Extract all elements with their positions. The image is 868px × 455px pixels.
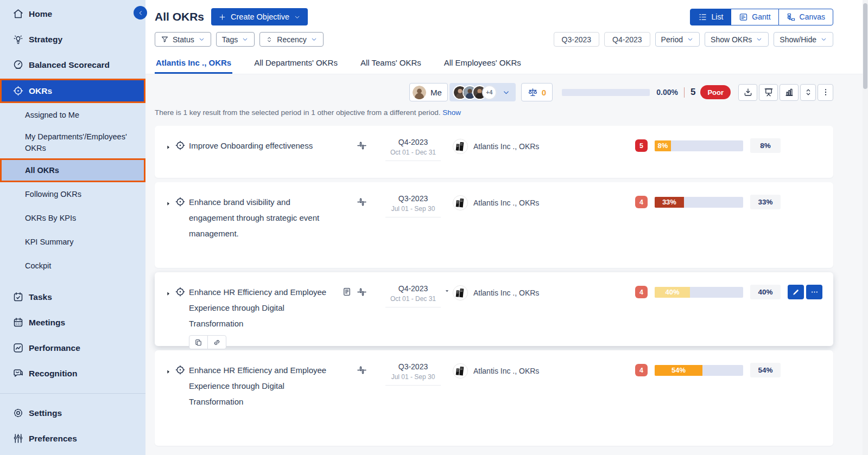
main-area: All OKRs Create Objective List Gantt Can… <box>145 0 868 455</box>
scrollbar-thumb[interactable] <box>863 3 867 89</box>
objective-owner[interactable]: Atlantis Inc ., OKRs <box>453 138 539 155</box>
view-gantt-button[interactable]: Gantt <box>731 9 778 25</box>
sidebar-item-label: Balanced Scorecard <box>29 60 110 70</box>
insights-chart-button[interactable] <box>780 84 799 101</box>
progress-value-label: 8% <box>750 138 781 153</box>
scrollbar[interactable] <box>863 0 868 455</box>
sidebar-item-meetings[interactable]: Meetings <box>0 310 145 335</box>
okr-card: Enhance HR Efficiency and Employee Exper… <box>155 350 833 446</box>
view-canvas-button[interactable]: Canvas <box>778 9 833 25</box>
expand-row-icon[interactable] <box>166 194 175 209</box>
okr-card: Enhance brand visibility and engagement … <box>155 182 833 268</box>
assignees-avatar-group-dropdown[interactable]: +4 <box>449 83 516 101</box>
period-chip-q3-2023[interactable]: Q3-2023 <box>554 32 599 47</box>
sidebar-item-label: All OKRs <box>25 166 59 175</box>
company-logo <box>453 139 468 154</box>
sidebar-item-strategy[interactable]: Strategy <box>0 27 145 52</box>
weight-balance-button[interactable]: 0 <box>521 83 553 101</box>
tags-filter-dropdown[interactable]: Tags <box>216 32 255 47</box>
tab-all-teams-okrs[interactable]: All Teams' OKRs <box>359 54 422 74</box>
objective-target-icon <box>175 138 189 151</box>
row-more-options-button[interactable] <box>806 285 822 299</box>
overall-progress-percent: 0.00% <box>656 88 678 97</box>
recency-sort-dropdown[interactable]: Recency <box>259 32 323 47</box>
funnel-icon <box>161 35 169 43</box>
objective-owner[interactable]: Atlantis Inc ., OKRs <box>453 194 539 211</box>
sidebar-item-tasks[interactable]: Tasks <box>0 284 145 310</box>
sidebar-item-balanced-scorecard[interactable]: Balanced Scorecard <box>0 52 145 78</box>
status-filter-dropdown[interactable]: Status <box>155 32 211 47</box>
sidebar-item-kpi-summary[interactable]: KPI Summary <box>0 230 145 254</box>
sidebar-item-assigned-to-me[interactable]: Assigned to Me <box>0 103 145 127</box>
sidebar-item-my-departments-employees-okrs[interactable]: My Departments'/Employees' OKRs <box>0 127 145 158</box>
objective-metrics: 5 8% 8% <box>635 138 822 153</box>
cross-period-notice: There is 1 key result from the selected … <box>155 108 833 117</box>
objective-owner[interactable]: Atlantis Inc ., OKRs <box>453 284 539 301</box>
sidebar-item-following-okrs[interactable]: Following OKRs <box>0 182 145 206</box>
sidebar-item-label: Settings <box>29 408 62 418</box>
tab-all-employees-okrs[interactable]: All Employees' OKRs <box>443 54 522 74</box>
tab-all-departments-okrs[interactable]: All Departments' OKRs <box>253 54 339 74</box>
expand-row-icon[interactable] <box>166 138 175 152</box>
sidebar-item-okrs-by-kpis[interactable]: OKRs By KPIs <box>0 206 145 230</box>
objective-title[interactable]: Enhance brand visibility and engagement … <box>189 194 332 241</box>
copy-link-button[interactable] <box>207 335 226 349</box>
progress-value-label: 33% <box>750 195 781 209</box>
sidebar-item-home[interactable]: Home <box>0 1 145 27</box>
progress-bar-fill: 33% <box>655 197 684 208</box>
copy-icon <box>194 338 202 347</box>
edit-objective-button[interactable] <box>788 285 804 299</box>
list-view-icon <box>698 12 707 22</box>
sidebar-item-cockpit[interactable]: Cockpit <box>0 254 145 278</box>
period-dropdown[interactable]: Period <box>655 32 700 47</box>
expand-collapse-all-button[interactable] <box>800 84 816 101</box>
sidebar-section-gap <box>0 278 145 284</box>
pencil-icon <box>792 289 800 296</box>
sidebar-item-all-okrs[interactable]: All OKRs <box>0 158 145 182</box>
expand-row-icon[interactable] <box>166 362 175 377</box>
gear-icon <box>12 407 24 419</box>
period-dates: Jul 01 - Sep 30 <box>385 205 441 213</box>
company-logo <box>453 363 468 379</box>
view-list-button[interactable]: List <box>690 9 731 25</box>
period-dates: Oct 01 - Dec 31 <box>385 295 441 303</box>
show-hide-dropdown[interactable]: Show/Hide <box>774 32 833 47</box>
me-filter-button[interactable]: Me <box>409 83 448 101</box>
okr-list-area: Me +4 0 0. <box>145 74 868 455</box>
download-icon <box>743 87 753 97</box>
progress-bar-fill: 40% <box>655 287 690 298</box>
objective-title[interactable]: Enhance HR Efficiency and Employee Exper… <box>189 284 332 331</box>
objective-target-icon <box>175 362 189 375</box>
sidebar-item-preferences[interactable]: Preferences <box>0 426 145 451</box>
sidebar-item-okrs[interactable]: OKRs <box>0 79 145 103</box>
gantt-view-icon <box>739 12 748 22</box>
show-okrs-dropdown[interactable]: Show OKRs <box>705 32 769 47</box>
sidebar-item-settings[interactable]: Settings <box>0 400 145 426</box>
copy-objective-button[interactable] <box>189 335 208 349</box>
period-caret-icon[interactable] <box>445 286 449 296</box>
more-options-button[interactable] <box>818 84 833 101</box>
objective-metrics: 4 54% 54% <box>635 362 822 378</box>
sidebar-item-label: Assigned to Me <box>25 111 79 119</box>
sidebar-item-recognition[interactable]: Recognition <box>0 361 145 386</box>
sidebar-collapse-button[interactable] <box>134 6 147 20</box>
presentation-button[interactable] <box>759 84 778 101</box>
sidebar-footer: Settings Preferences <box>0 393 145 451</box>
period-chip-q4-2023[interactable]: Q4-2023 <box>604 32 650 47</box>
progress-bar: 40% <box>655 287 743 298</box>
objective-owner[interactable]: Atlantis Inc ., OKRs <box>453 362 539 379</box>
tab-company-okrs[interactable]: Atlantis Inc ., OKRs <box>155 54 232 74</box>
gauge-icon <box>12 59 24 71</box>
objective-title[interactable]: Enhance HR Efficiency and Employee Exper… <box>189 362 332 409</box>
view-toggle: List Gantt Canvas <box>690 9 833 25</box>
sidebar-item-performance[interactable]: Performance <box>0 335 145 361</box>
key-result-count-badge: 4 <box>635 286 648 298</box>
notice-show-link[interactable]: Show <box>442 108 461 117</box>
create-objective-button[interactable]: Create Objective <box>211 8 308 25</box>
sidebar-item-label: Cockpit <box>25 261 51 270</box>
objective-title[interactable]: Improve Onboarding effectiveness <box>189 138 332 153</box>
objective-indicators <box>332 194 367 207</box>
chevron-down-icon <box>294 14 301 21</box>
expand-row-icon[interactable] <box>166 284 175 299</box>
export-download-button[interactable] <box>738 84 757 101</box>
